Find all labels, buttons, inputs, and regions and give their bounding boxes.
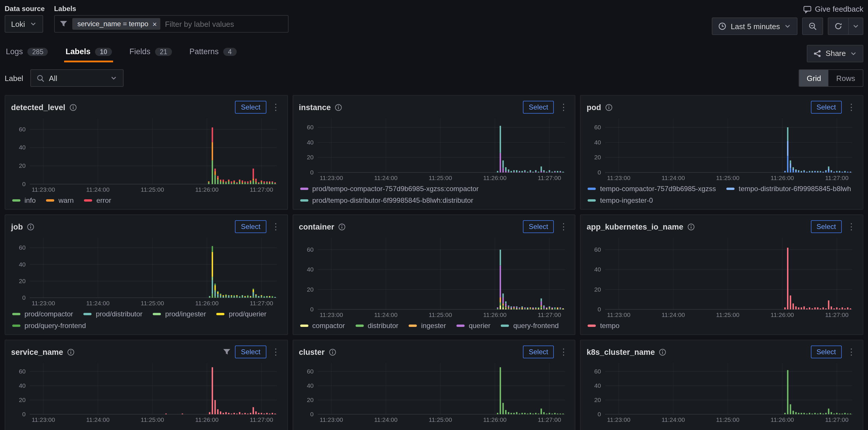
panel-menu-icon[interactable]: ⋮ bbox=[846, 347, 857, 357]
refresh-button[interactable] bbox=[828, 18, 849, 35]
zoom-out-button[interactable] bbox=[802, 18, 823, 35]
legend-item[interactable]: prod/tempo-distributor-6f99985845-b8lwh:… bbox=[300, 196, 473, 204]
legend-item[interactable]: tempo-ingester-0 bbox=[588, 196, 653, 204]
select-button[interactable]: Select bbox=[523, 220, 554, 233]
share-button[interactable]: Share bbox=[807, 44, 863, 62]
chart-svg[interactable]: 020406011:23:0011:24:0011:25:0011:26:001… bbox=[299, 360, 569, 424]
select-button[interactable]: Select bbox=[523, 345, 554, 358]
tab-labels[interactable]: Labels 10 bbox=[64, 44, 113, 62]
legend-item[interactable]: tempo-compactor-757d9b6985-xgzss bbox=[588, 185, 716, 193]
panel-menu-icon[interactable]: ⋮ bbox=[558, 347, 569, 357]
label-values-input[interactable] bbox=[165, 20, 283, 28]
panel-menu-icon[interactable]: ⋮ bbox=[270, 347, 281, 357]
chart-area[interactable]: 020406011:23:0011:24:0011:25:0011:26:001… bbox=[11, 115, 281, 193]
tab-fields[interactable]: Fields 21 bbox=[128, 44, 173, 62]
svg-text:11:23:00: 11:23:00 bbox=[607, 416, 630, 423]
share-icon bbox=[813, 49, 822, 57]
layout-rows-option[interactable]: Rows bbox=[829, 70, 863, 86]
panel-title: service_name bbox=[11, 348, 63, 356]
select-button[interactable]: Select bbox=[235, 220, 267, 233]
legend-item[interactable]: error bbox=[84, 196, 111, 204]
panel-menu-icon[interactable]: ⋮ bbox=[846, 102, 857, 112]
legend: prod/tempo-compactor-757d9b6985-xgzss:co… bbox=[299, 182, 569, 204]
legend-swatch bbox=[217, 313, 225, 315]
filter-chip[interactable]: service_name = tempo × bbox=[72, 18, 160, 30]
legend-item[interactable]: prod/compactor bbox=[12, 310, 73, 318]
select-button[interactable]: Select bbox=[811, 345, 842, 358]
legend-item[interactable]: prod/tempo-compactor-757d9b6985-xgzss:co… bbox=[300, 185, 478, 193]
legend-item[interactable]: prod/ingester bbox=[153, 310, 206, 318]
panel-menu-icon[interactable]: ⋮ bbox=[270, 222, 281, 232]
svg-text:11:26:00: 11:26:00 bbox=[771, 174, 794, 181]
panel-menu-icon[interactable]: ⋮ bbox=[270, 102, 281, 112]
panel-menu-icon[interactable]: ⋮ bbox=[846, 222, 857, 232]
label-search-select[interactable]: All bbox=[30, 69, 124, 87]
tab-logs[interactable]: Logs 285 bbox=[5, 44, 49, 62]
svg-text:11:26:00: 11:26:00 bbox=[483, 416, 506, 423]
close-icon[interactable]: × bbox=[152, 20, 157, 28]
chart-area[interactable]: 020406011:23:0011:24:0011:25:0011:26:001… bbox=[299, 115, 569, 182]
svg-text:40: 40 bbox=[307, 139, 313, 146]
select-button[interactable]: Select bbox=[235, 101, 267, 113]
legend-item[interactable]: tempo bbox=[588, 322, 620, 330]
svg-text:11:26:00: 11:26:00 bbox=[483, 174, 506, 181]
svg-text:11:23:00: 11:23:00 bbox=[32, 416, 55, 423]
panel-header: job Select ⋮ bbox=[11, 219, 281, 234]
panel-title: detected_level bbox=[11, 103, 65, 111]
legend-label: tempo-compactor-757d9b6985-xgzss bbox=[600, 185, 716, 193]
svg-text:11:27:00: 11:27:00 bbox=[826, 311, 849, 318]
svg-text:0: 0 bbox=[598, 411, 601, 418]
chart-area[interactable]: 020406011:23:0011:24:0011:25:0011:26:001… bbox=[587, 234, 857, 319]
legend-item[interactable]: distributor bbox=[355, 322, 398, 330]
svg-text:11:23:00: 11:23:00 bbox=[319, 311, 343, 318]
legend-label: prod/tempo-distributor-6f99985845-b8lwh:… bbox=[312, 196, 473, 204]
chart-svg[interactable]: 020406011:23:0011:24:0011:25:0011:26:001… bbox=[11, 115, 282, 193]
legend-item[interactable]: warn bbox=[46, 196, 74, 204]
chart-area[interactable]: 020406011:23:0011:24:0011:25:0011:26:001… bbox=[11, 234, 281, 307]
label-filter-box[interactable]: service_name = tempo × bbox=[54, 15, 288, 33]
select-button[interactable]: Select bbox=[811, 220, 842, 233]
legend-item[interactable]: info bbox=[12, 196, 36, 204]
legend-item[interactable]: tempo-distributor-6f99985845-b8lwh bbox=[726, 185, 851, 193]
chart-area[interactable]: 020406011:23:0011:24:0011:25:0011:26:001… bbox=[299, 360, 569, 424]
svg-text:0: 0 bbox=[310, 306, 314, 312]
panel-menu-icon[interactable]: ⋮ bbox=[558, 102, 569, 112]
info-icon bbox=[329, 348, 336, 356]
datasource-picker[interactable]: Loki bbox=[5, 15, 43, 33]
legend-item[interactable]: prod/query-frontend bbox=[12, 322, 86, 330]
legend-item[interactable]: ingester bbox=[409, 322, 446, 330]
time-range-picker[interactable]: Last 5 minutes bbox=[712, 18, 798, 35]
chart-svg[interactable]: 020406011:23:0011:24:0011:25:0011:26:001… bbox=[587, 115, 857, 182]
chart-svg[interactable]: 020406011:23:0011:24:0011:25:0011:26:001… bbox=[11, 234, 282, 307]
svg-text:0: 0 bbox=[22, 294, 26, 301]
panel-menu-icon[interactable]: ⋮ bbox=[558, 222, 569, 232]
chart-svg[interactable]: 020406011:23:0011:24:0011:25:0011:26:001… bbox=[299, 234, 569, 319]
layout-grid-option[interactable]: Grid bbox=[799, 70, 829, 86]
give-feedback-link[interactable]: Give feedback bbox=[803, 5, 863, 13]
select-button[interactable]: Select bbox=[235, 345, 267, 358]
legend-label: distributor bbox=[368, 322, 398, 330]
svg-text:11:23:00: 11:23:00 bbox=[607, 311, 630, 318]
chart-area[interactable]: 020406011:23:0011:24:0011:25:0011:26:001… bbox=[299, 234, 569, 319]
chart-svg[interactable]: 020406011:23:0011:24:0011:25:0011:26:001… bbox=[587, 360, 857, 424]
refresh-interval-dropdown[interactable] bbox=[849, 18, 863, 35]
legend-item[interactable]: compactor bbox=[300, 322, 345, 330]
chart-area[interactable]: 020406011:23:0011:24:0011:25:0011:26:001… bbox=[587, 115, 857, 182]
panel-title: cluster bbox=[299, 348, 325, 356]
tab-patterns[interactable]: Patterns 4 bbox=[188, 44, 238, 62]
chart-svg[interactable]: 020406011:23:0011:24:0011:25:0011:26:001… bbox=[11, 360, 282, 424]
select-button[interactable]: Select bbox=[811, 101, 842, 113]
panel-filter-icon[interactable] bbox=[223, 348, 231, 356]
chart-svg[interactable]: 020406011:23:0011:24:0011:25:0011:26:001… bbox=[299, 115, 569, 182]
svg-text:60: 60 bbox=[594, 246, 601, 253]
svg-text:0: 0 bbox=[22, 411, 26, 418]
chart-svg[interactable]: 020406011:23:0011:24:0011:25:0011:26:001… bbox=[587, 234, 857, 319]
tab-count-badge: 10 bbox=[95, 47, 112, 56]
legend-item[interactable]: query-frontend bbox=[501, 322, 559, 330]
legend-item[interactable]: prod/querier bbox=[217, 310, 267, 318]
chart-area[interactable]: 020406011:23:0011:24:0011:25:0011:26:001… bbox=[587, 360, 857, 424]
legend-item[interactable]: prod/distributor bbox=[84, 310, 143, 318]
select-button[interactable]: Select bbox=[523, 101, 554, 113]
chart-area[interactable]: 020406011:23:0011:24:0011:25:0011:26:001… bbox=[11, 360, 281, 424]
legend-item[interactable]: querier bbox=[457, 322, 491, 330]
